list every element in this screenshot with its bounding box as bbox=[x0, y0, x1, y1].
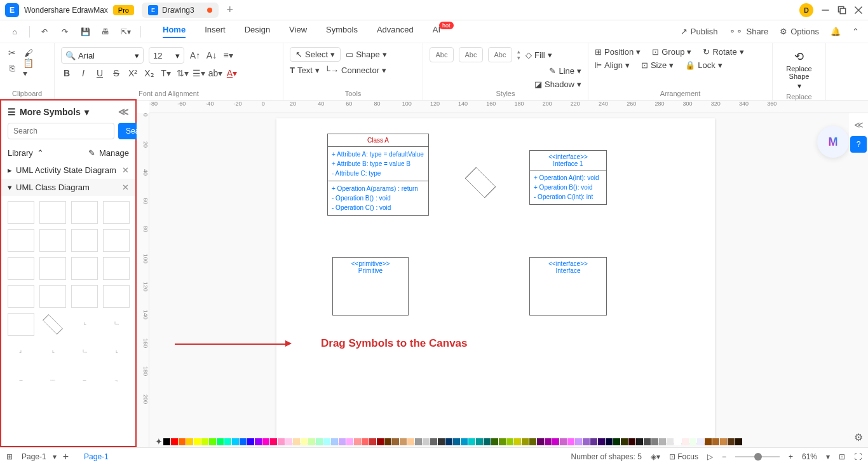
color-swatch[interactable] bbox=[644, 438, 651, 445]
color-swatch[interactable] bbox=[682, 438, 689, 445]
color-swatch[interactable] bbox=[438, 438, 445, 445]
italic-icon[interactable]: I bbox=[78, 67, 89, 79]
align-button[interactable]: ⊫Align▾ bbox=[595, 60, 630, 70]
color-swatch[interactable] bbox=[331, 438, 338, 445]
color-swatch[interactable] bbox=[316, 438, 323, 445]
close-icon[interactable] bbox=[854, 6, 863, 15]
color-swatch[interactable] bbox=[499, 438, 506, 445]
color-swatch[interactable] bbox=[545, 438, 552, 445]
canvas[interactable]: Class A + Attribute A: type = defaultVal… bbox=[149, 113, 868, 447]
align-left-icon[interactable]: ≡▾ bbox=[222, 50, 234, 61]
color-swatch[interactable] bbox=[613, 438, 620, 445]
copy-icon[interactable]: ⎘ bbox=[6, 62, 18, 74]
tab-insert[interactable]: Insert bbox=[205, 25, 226, 38]
chevron-up-icon[interactable]: ⌃ bbox=[852, 27, 859, 36]
text-case-icon[interactable]: T▾ bbox=[160, 67, 172, 79]
color-swatch[interactable] bbox=[262, 438, 269, 445]
color-swatch[interactable] bbox=[590, 438, 597, 445]
color-swatch[interactable] bbox=[651, 438, 658, 445]
symbol-item[interactable] bbox=[8, 313, 34, 336]
page-tab-active[interactable]: Page-1 bbox=[84, 452, 109, 461]
symbol-item[interactable] bbox=[103, 257, 130, 280]
style-preset-1[interactable]: Abc bbox=[430, 47, 454, 62]
color-swatch[interactable] bbox=[445, 438, 452, 445]
color-swatch[interactable] bbox=[400, 438, 407, 445]
redo-icon[interactable]: ↷ bbox=[59, 26, 71, 38]
zoom-in-icon[interactable]: + bbox=[789, 452, 793, 461]
symbol-item[interactable] bbox=[103, 229, 130, 252]
fill-button[interactable]: ◇Fill▾ bbox=[526, 50, 552, 60]
color-swatch[interactable] bbox=[308, 438, 315, 445]
fullscreen-icon[interactable]: ⛶ bbox=[854, 452, 862, 461]
color-swatch[interactable] bbox=[186, 438, 193, 445]
color-swatch[interactable] bbox=[163, 438, 170, 445]
position-button[interactable]: ⊞Position▾ bbox=[595, 47, 641, 57]
color-swatch[interactable] bbox=[285, 438, 292, 445]
symbol-item[interactable] bbox=[103, 285, 130, 308]
color-swatch[interactable] bbox=[697, 438, 704, 445]
color-swatch[interactable] bbox=[240, 438, 247, 445]
color-swatch[interactable] bbox=[224, 438, 231, 445]
color-swatch[interactable] bbox=[293, 438, 300, 445]
symbol-item[interactable]: ─ bbox=[8, 369, 34, 392]
font-color-icon[interactable]: A▾ bbox=[226, 67, 238, 79]
replace-shape-button[interactable]: ⟲ Replace Shape ▾ bbox=[779, 47, 819, 93]
fit-page-icon[interactable]: ⊡ bbox=[839, 452, 845, 461]
color-swatch[interactable] bbox=[476, 438, 483, 445]
color-swatch[interactable] bbox=[392, 438, 399, 445]
category-class-diagram[interactable]: ▾ UML Class Diagram ✕ bbox=[1, 179, 135, 196]
color-swatch[interactable] bbox=[415, 438, 422, 445]
settings-gear-icon[interactable]: ⚙ bbox=[854, 431, 863, 443]
color-swatch[interactable] bbox=[201, 438, 208, 445]
color-swatch[interactable] bbox=[301, 438, 308, 445]
shadow-button[interactable]: ◪Shadow▾ bbox=[534, 80, 581, 89]
color-swatch[interactable] bbox=[735, 438, 742, 445]
color-swatch[interactable] bbox=[689, 438, 696, 445]
symbol-item[interactable]: ─ bbox=[71, 369, 98, 392]
symbol-item[interactable] bbox=[39, 229, 66, 252]
text-button[interactable]: TText▾ bbox=[290, 66, 320, 75]
chevron-up-down-icon[interactable]: ▴▾ bbox=[517, 48, 520, 61]
color-swatch[interactable] bbox=[484, 438, 491, 445]
maximize-icon[interactable] bbox=[837, 6, 846, 15]
color-swatch[interactable] bbox=[667, 438, 674, 445]
symbol-item[interactable] bbox=[8, 201, 34, 224]
uml-diamond[interactable] bbox=[461, 169, 499, 195]
color-swatch[interactable] bbox=[583, 438, 590, 445]
symbol-item[interactable] bbox=[71, 285, 98, 308]
uml-interface-1[interactable]: <<interface>> Interface 1 + Operation A(… bbox=[529, 150, 607, 205]
color-swatch[interactable] bbox=[423, 438, 430, 445]
format-painter-icon[interactable]: 🖌 bbox=[23, 47, 34, 59]
symbol-item[interactable] bbox=[71, 201, 98, 224]
color-swatch[interactable] bbox=[552, 438, 559, 445]
line-button[interactable]: ✎Line▾ bbox=[549, 66, 581, 76]
color-swatch[interactable] bbox=[194, 438, 201, 445]
connector-button[interactable]: └→Connector▾ bbox=[325, 66, 386, 75]
bullet-list-icon[interactable]: ☰▾ bbox=[193, 67, 205, 79]
close-icon[interactable]: ✕ bbox=[122, 183, 129, 192]
minimize-icon[interactable] bbox=[821, 6, 830, 15]
color-swatch[interactable] bbox=[407, 438, 414, 445]
layers-icon[interactable]: ◈▾ bbox=[651, 452, 660, 461]
symbol-search-input[interactable] bbox=[8, 123, 114, 139]
eyedropper-icon[interactable]: ✦ bbox=[155, 436, 163, 447]
color-swatch[interactable] bbox=[461, 438, 468, 445]
zoom-out-icon[interactable]: − bbox=[722, 452, 726, 461]
color-swatch[interactable] bbox=[278, 438, 285, 445]
symbol-item[interactable] bbox=[8, 257, 34, 280]
paste-icon[interactable]: 📋▾ bbox=[23, 62, 34, 74]
symbol-item[interactable]: └ bbox=[71, 313, 98, 336]
color-swatch[interactable] bbox=[567, 438, 574, 445]
manage-link[interactable]: Manage bbox=[99, 148, 129, 158]
tab-view[interactable]: View bbox=[289, 25, 307, 38]
color-swatch[interactable] bbox=[522, 438, 529, 445]
color-swatch[interactable] bbox=[506, 438, 513, 445]
symbol-item[interactable] bbox=[71, 229, 98, 252]
export-icon[interactable]: ⇱▾ bbox=[120, 26, 132, 38]
symbol-item[interactable]: ╌╌ bbox=[39, 369, 66, 392]
lock-button[interactable]: 🔒Lock▾ bbox=[685, 60, 722, 70]
color-swatch[interactable] bbox=[354, 438, 361, 445]
symbol-item[interactable]: ┘ bbox=[8, 341, 34, 364]
color-swatch[interactable] bbox=[728, 438, 735, 445]
color-swatch[interactable] bbox=[659, 438, 666, 445]
